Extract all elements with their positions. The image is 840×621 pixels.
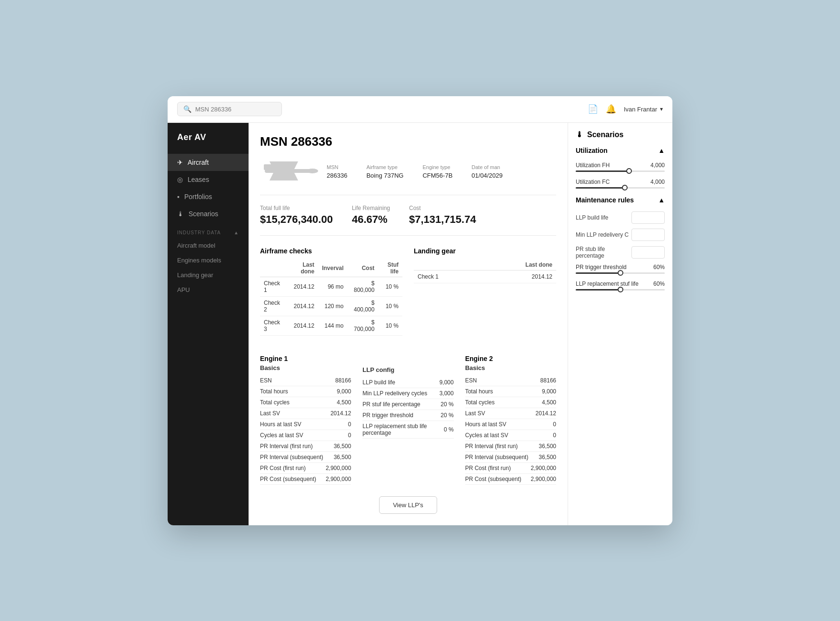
sidebar-item-portfolios[interactable]: ▪ Portfolios <box>168 188 249 205</box>
list-item: LLP build life9,000 <box>362 377 453 388</box>
sidebar-item-scenarios[interactable]: 🌡 Scenarios <box>168 205 249 222</box>
search-box[interactable]: 🔍 <box>177 102 282 116</box>
engine2-section: Engine 2 Basics ESN88166Total hours9,000… <box>465 355 556 485</box>
utilization-fc-slider-row: Utilization FC 4,000 <box>576 179 665 189</box>
industry-data-section: INDUSTRY DATA ▲ <box>168 222 249 238</box>
landing-gear-table: Last done Check 12014.12 <box>414 260 556 283</box>
airframe-landing-section: Airframe checks Last done Inverval Cost … <box>260 247 556 345</box>
stat-total-full-life: Total full life $15,276,340.00 <box>260 205 333 226</box>
search-input[interactable] <box>195 106 276 113</box>
sidebar-aircraft-label: Aircraft <box>188 159 209 166</box>
list-item: Total hours9,000 <box>260 386 351 397</box>
collapse-utilization-icon[interactable]: ▲ <box>658 147 665 154</box>
view-llp-button[interactable]: View LLP's <box>379 496 437 514</box>
llp-config-section: LLP config LLP build life9,000Min LLP re… <box>362 355 453 485</box>
aircraft-details: MSN 286336 Airframe type Boing 737NG Eng… <box>327 164 502 180</box>
list-item: PR Cost (first run)2,900,000 <box>465 462 556 473</box>
app-window: 🔍 📄 🔔 Ivan Frantar ▾ Aer AV ✈ Aircraft ◎… <box>168 96 672 525</box>
svg-rect-6 <box>278 163 289 167</box>
brand-logo: Aer AV <box>168 132 249 154</box>
engine2-table: ESN88166Total hours9,000Total cycles4,50… <box>465 375 556 485</box>
list-item: Last SV2014.12 <box>260 408 351 419</box>
table-row: Check 12014.1296 mo$ 800,00010 % <box>260 277 402 296</box>
maintenance-header: Maintenance rules ▲ <box>576 196 665 206</box>
scenarios-icon: 🌡 <box>177 210 184 218</box>
llp-config-table: LLP build life9,000Min LLP redelivery cy… <box>362 377 453 439</box>
main-content: MSN 286336 <box>249 123 568 525</box>
llp-build-life-row: LLP build life <box>576 211 665 224</box>
top-bar: 🔍 📄 🔔 Ivan Frantar ▾ <box>168 96 672 123</box>
table-row: Check 12014.12 <box>414 270 556 283</box>
list-item: Min LLP redelivery cycles3,000 <box>362 388 453 399</box>
list-item: PR Cost (subsequent)2,900,000 <box>465 473 556 484</box>
svg-point-1 <box>307 169 318 173</box>
page-title: MSN 286336 <box>260 134 556 149</box>
aircraft-info-bar: MSN 286336 Airframe type Boing 737NG Eng… <box>260 157 556 195</box>
sidebar-scenarios-label: Scenarios <box>189 210 218 218</box>
stats-row: Total full life $15,276,340.00 Life Rema… <box>260 205 556 236</box>
aircraft-icon: ✈ <box>177 159 183 166</box>
min-llp-input[interactable] <box>631 229 665 241</box>
table-row: Check 22014.12120 mo$ 400,00010 % <box>260 296 402 316</box>
utilization-fc-fill <box>576 187 625 189</box>
document-icon[interactable]: 📄 <box>588 104 598 114</box>
llp-replacement-fill <box>576 289 620 290</box>
utilization-fc-thumb[interactable] <box>622 185 628 190</box>
bell-icon[interactable]: 🔔 <box>606 104 616 114</box>
utilization-fh-thumb[interactable] <box>626 168 632 174</box>
sidebar-item-aircraft-model[interactable]: Aircraft model <box>168 238 249 253</box>
list-item: PR Cost (subsequent)2,900,000 <box>260 473 351 484</box>
utilization-fc-track <box>576 187 665 189</box>
search-icon: 🔍 <box>183 105 191 113</box>
list-item: Cycles at last SV0 <box>465 430 556 441</box>
llp-build-life-input[interactable] <box>631 211 665 224</box>
list-item: ESN88166 <box>465 375 556 386</box>
portfolios-icon: ▪ <box>177 193 180 200</box>
top-bar-right: 📄 🔔 Ivan Frantar ▾ <box>588 104 663 114</box>
llp-replacement-thumb[interactable] <box>618 287 623 292</box>
user-menu[interactable]: Ivan Frantar ▾ <box>624 106 663 113</box>
landing-gear-section: Landing gear Last done Check 12014.12 <box>414 247 556 345</box>
sidebar-item-aircraft[interactable]: ✈ Aircraft <box>168 154 249 171</box>
leases-icon: ◎ <box>177 176 183 183</box>
pr-trigger-thumb[interactable] <box>618 270 623 276</box>
main-layout: Aer AV ✈ Aircraft ◎ Leases ▪ Portfolios … <box>168 123 672 525</box>
sidebar-leases-label: Leases <box>188 176 209 183</box>
utilization-fh-slider-row: Utilization FH 4,000 <box>576 162 665 172</box>
list-item: PR Interval (subsequent)36,500 <box>465 451 556 462</box>
detail-airframe-type: Airframe type Boing 737NG <box>366 164 403 180</box>
sidebar: Aer AV ✈ Aircraft ◎ Leases ▪ Portfolios … <box>168 123 249 525</box>
engines-section: Engine 1 Basics ESN88166Total hours9,000… <box>260 355 556 485</box>
list-item: Cycles at last SV0 <box>260 430 351 441</box>
list-item: ESN88166 <box>260 375 351 386</box>
sidebar-item-apu[interactable]: APU <box>168 282 249 297</box>
list-item: LLP replacement stub life percentage0 % <box>362 421 453 438</box>
pr-trigger-fill <box>576 272 620 274</box>
list-item: Hours at last SV0 <box>260 419 351 430</box>
scenarios-panel: 🌡 Scenarios Utilization ▲ Utilization FH… <box>568 123 672 525</box>
sidebar-item-leases[interactable]: ◎ Leases <box>168 171 249 188</box>
stat-life-remaining: Life Remaining 46.67% <box>352 205 390 226</box>
pr-stub-input[interactable] <box>631 246 665 259</box>
utilization-fh-fill <box>576 170 629 172</box>
sidebar-portfolios-label: Portfolios <box>184 193 212 200</box>
engine1-table: ESN88166Total hours9,000Total cycles4,50… <box>260 375 351 485</box>
svg-rect-5 <box>278 175 289 179</box>
user-name: Ivan Frantar <box>624 106 657 113</box>
sidebar-item-engines-models[interactable]: Engines models <box>168 253 249 268</box>
pr-trigger-track <box>576 272 665 274</box>
table-row: Check 32014.12144 mo$ 700,00010 % <box>260 316 402 335</box>
list-item: PR stuf life percentage20 % <box>362 399 453 410</box>
list-item: PR Cost (first run)2,900,000 <box>260 462 351 473</box>
llp-replacement-track <box>576 289 665 290</box>
sidebar-item-landing-gear[interactable]: Landing gear <box>168 268 249 282</box>
list-item: Hours at last SV0 <box>465 419 556 430</box>
stat-cost: Cost $7,131,715.74 <box>409 205 476 226</box>
detail-msn: MSN 286336 <box>327 164 347 180</box>
collapse-maintenance-icon[interactable]: ▲ <box>658 196 665 204</box>
min-llp-row: Min LLP redelivery C <box>576 229 665 241</box>
llp-replacement-slider-row: LLP replacement stuf life 60% <box>576 280 665 290</box>
airframe-checks-section: Airframe checks Last done Inverval Cost … <box>260 247 402 345</box>
chevron-down-icon: ▾ <box>660 106 663 112</box>
collapse-icon[interactable]: ▲ <box>234 230 239 235</box>
